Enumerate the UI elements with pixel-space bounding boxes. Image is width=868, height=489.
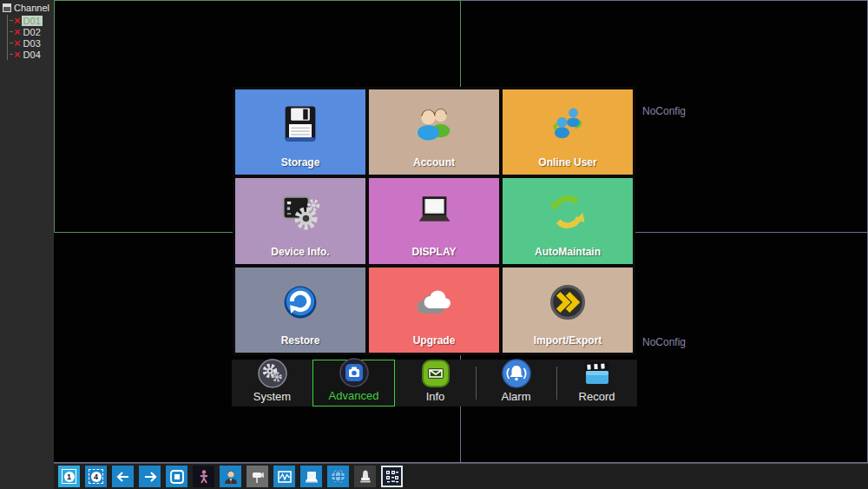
quad-view-icon: 4 bbox=[89, 469, 103, 484]
gears-icon bbox=[258, 359, 287, 388]
ptz-camera-button[interactable] bbox=[247, 466, 268, 487]
motion-detect-button[interactable] bbox=[193, 466, 214, 487]
grid-divider bbox=[461, 0, 868, 1]
no-video-icon: × bbox=[14, 27, 21, 36]
double-arrow-icon bbox=[545, 280, 590, 325]
tile-grid: Storage Account bbox=[235, 89, 633, 353]
single-view-button[interactable]: 1 bbox=[58, 466, 80, 487]
stamp-button[interactable] bbox=[354, 466, 376, 487]
bottom-toolbar: 1 4 bbox=[54, 463, 868, 489]
single-view-icon: 1 bbox=[62, 469, 76, 484]
selected-channel-border bbox=[54, 0, 461, 1]
tab-alarm[interactable]: Alarm bbox=[476, 360, 556, 406]
channel-header-label: Channel bbox=[14, 3, 49, 13]
right-arrow-icon bbox=[143, 470, 157, 484]
ptz-camera-icon bbox=[250, 469, 266, 485]
stamp-icon bbox=[358, 469, 373, 485]
channel-tree-header[interactable]: Channel bbox=[0, 0, 54, 15]
clapper-icon bbox=[582, 359, 613, 388]
online-users-icon bbox=[545, 102, 590, 147]
recycle-icon bbox=[545, 190, 590, 235]
tile-label: Online User bbox=[503, 156, 633, 169]
channel-label: D01 bbox=[22, 16, 43, 26]
bell-icon bbox=[502, 359, 531, 388]
tile-label: Account bbox=[369, 156, 499, 169]
user-avatar-icon bbox=[223, 469, 239, 485]
tile-label: Import/Export bbox=[503, 334, 633, 347]
laptop-icon bbox=[411, 190, 457, 235]
tab-label: Alarm bbox=[502, 390, 531, 403]
tab-info[interactable]: Info bbox=[395, 360, 476, 406]
tile-upgrade[interactable]: Upgrade bbox=[369, 268, 499, 353]
monitor-view-icon bbox=[169, 469, 185, 485]
globe-icon bbox=[330, 468, 346, 485]
mail-icon bbox=[421, 359, 450, 388]
motion-figure-icon bbox=[196, 469, 212, 485]
tile-display[interactable]: DISPLAY bbox=[369, 178, 499, 263]
waveform-monitor-button[interactable] bbox=[273, 466, 295, 487]
dvr-screen: Channel × D01 × D02 × D03 × D04 bbox=[0, 0, 868, 489]
no-video-icon: × bbox=[14, 16, 21, 25]
tile-storage[interactable]: Storage bbox=[235, 89, 365, 175]
tab-advanced[interactable]: Advanced bbox=[312, 360, 395, 406]
floppy-disk-icon bbox=[278, 102, 323, 147]
channel-label: D03 bbox=[22, 38, 43, 49]
left-arrow-icon bbox=[116, 470, 130, 484]
tile-label: DISPLAY bbox=[369, 246, 499, 258]
selected-channel-border bbox=[54, 0, 55, 233]
channel-label: D02 bbox=[22, 27, 43, 37]
tab-record[interactable]: Record bbox=[556, 360, 637, 406]
cloud-icon bbox=[411, 280, 457, 325]
tile-label: Storage bbox=[235, 156, 365, 169]
settings-tab-bar: System Advanced bbox=[232, 360, 637, 406]
binary-code-button[interactable] bbox=[381, 466, 403, 487]
user-avatar-button[interactable] bbox=[220, 466, 241, 487]
tab-label: Info bbox=[426, 390, 445, 403]
channel-status-text: NoConfig bbox=[642, 105, 686, 117]
no-video-icon: × bbox=[14, 38, 21, 48]
tile-label: Upgrade bbox=[369, 334, 499, 347]
tab-label: Record bbox=[579, 390, 615, 403]
channel-label: D04 bbox=[22, 50, 43, 60]
tile-label: Restore bbox=[235, 334, 365, 347]
monitor-view-button[interactable] bbox=[166, 466, 187, 487]
waveform-monitor-icon bbox=[277, 469, 293, 485]
tile-automaintain[interactable]: AutoMaintain bbox=[503, 178, 633, 263]
tile-import-export[interactable]: Import/Export bbox=[503, 268, 633, 353]
channel-tree: × D01 × D02 × D03 × D04 bbox=[7, 15, 54, 60]
window-icon bbox=[3, 3, 11, 12]
channel-status-text: NoConfig bbox=[642, 336, 686, 348]
laptop-button[interactable] bbox=[300, 466, 322, 487]
quad-view-button[interactable]: 4 bbox=[85, 466, 107, 487]
tile-restore[interactable]: Restore bbox=[235, 268, 365, 353]
binary-code-icon bbox=[385, 470, 399, 484]
channel-item-d04[interactable]: × D04 bbox=[8, 49, 54, 60]
prev-channel-button[interactable] bbox=[112, 466, 134, 487]
no-video-icon: × bbox=[14, 50, 21, 59]
camera-icon bbox=[339, 358, 369, 387]
restore-icon bbox=[278, 280, 323, 325]
tile-device-info[interactable]: Device Info. bbox=[235, 178, 365, 263]
channel-sidebar: Channel × D01 × D02 × D03 × D04 bbox=[0, 0, 54, 489]
laptop-icon-small bbox=[304, 469, 319, 485]
tile-label: AutoMaintain bbox=[503, 246, 633, 258]
users-icon bbox=[411, 102, 457, 147]
tab-system[interactable]: System bbox=[232, 360, 312, 406]
tab-label: System bbox=[253, 390, 291, 403]
tab-label: Advanced bbox=[329, 389, 379, 402]
tile-online-user[interactable]: Online User bbox=[503, 89, 633, 175]
settings-menu: Storage Account bbox=[233, 87, 635, 355]
video-grid: NoConfig NoConfig Storage bbox=[54, 0, 868, 463]
tile-label: Device Info. bbox=[235, 246, 365, 258]
network-globe-button[interactable] bbox=[327, 466, 349, 487]
tile-account[interactable]: Account bbox=[369, 89, 499, 175]
terminal-gear-icon bbox=[278, 190, 323, 235]
next-channel-button[interactable] bbox=[139, 466, 161, 487]
